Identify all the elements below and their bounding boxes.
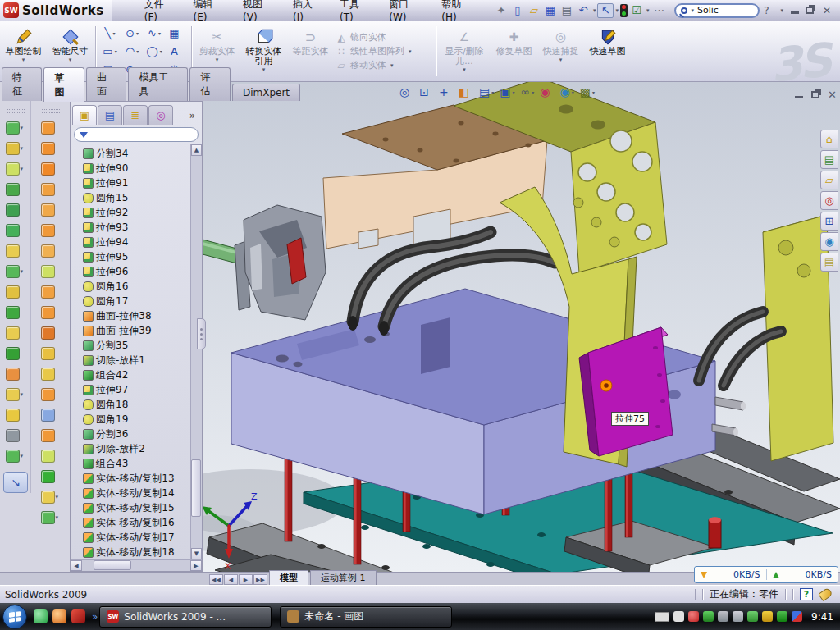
dropdown-arrow-icon[interactable]: ▾ bbox=[491, 89, 494, 95]
feature-tree-item[interactable]: ▷ 分割36 bbox=[74, 427, 190, 441]
convert-entities-button[interactable]: 转换实体引用 ▾ bbox=[241, 24, 286, 79]
messenger-icon[interactable] bbox=[34, 609, 48, 623]
sketch-entity-button[interactable]: ◯▾ bbox=[144, 43, 166, 61]
search-dropdown-icon[interactable]: ▾ bbox=[691, 7, 694, 14]
scroll-right-button[interactable]: ▶ bbox=[190, 560, 202, 571]
keyboard-icon[interactable] bbox=[673, 611, 684, 622]
document-tab[interactable]: 运动算例 1 bbox=[310, 570, 377, 585]
feature-tree-item[interactable]: ▷ 圆角18 bbox=[74, 397, 190, 412]
dropdown-arrow-icon[interactable]: ▾ bbox=[115, 48, 117, 54]
feature-tree-item[interactable]: ▷ 圆角15 bbox=[74, 190, 190, 205]
dropdown-arrow-icon[interactable]: ▾ bbox=[592, 89, 595, 95]
feature-tree-item[interactable]: ▷ 切除-放样1 bbox=[74, 353, 190, 368]
command-tab[interactable]: 评估 bbox=[189, 67, 230, 101]
suite-icon[interactable] bbox=[52, 609, 66, 623]
input-method-icon[interactable] bbox=[655, 612, 669, 622]
restore-button[interactable] bbox=[806, 7, 814, 14]
select-tool-icon[interactable]: ↖ bbox=[597, 3, 614, 18]
updater-icon[interactable] bbox=[718, 611, 728, 622]
dropdown-arrow-icon[interactable]: ▾ bbox=[532, 89, 534, 95]
next-tab-button[interactable]: ▶ bbox=[239, 574, 253, 585]
options-icon[interactable]: ☑ bbox=[628, 3, 645, 18]
print-icon[interactable]: ▤ bbox=[559, 3, 575, 18]
scroll-down-button[interactable]: ▼ bbox=[191, 548, 202, 559]
tree-vertical-scrollbar[interactable]: ▲ ▼ bbox=[190, 144, 202, 559]
sketch-entity-button[interactable]: ╲▾ bbox=[99, 25, 121, 43]
command-tab[interactable]: 特征 bbox=[2, 67, 42, 101]
feature-tree-item[interactable]: ▷ 实体-移动/复制18 bbox=[74, 545, 190, 559]
feature-tree-item[interactable]: ▷ 拉伸96 bbox=[74, 264, 190, 279]
solidworks-quick-icon[interactable] bbox=[71, 609, 85, 623]
doc-close-button[interactable]: ✕ bbox=[828, 89, 837, 101]
dropdown-arrow-icon[interactable]: ▾ bbox=[136, 30, 139, 36]
feature-tree-item[interactable]: ▷ 实体-移动/复制17 bbox=[74, 530, 190, 545]
feature-tree-item[interactable]: ▷ 圆角19 bbox=[74, 412, 190, 427]
tree-horizontal-scrollbar[interactable]: ◀ ▶ bbox=[71, 559, 202, 571]
scroll-left-button[interactable]: ◀ bbox=[71, 560, 82, 571]
minimize-button[interactable] bbox=[791, 7, 799, 14]
status-help-icon[interactable]: ? bbox=[800, 588, 813, 600]
feature-tree-item[interactable]: ▷ 拉伸94 bbox=[74, 235, 190, 249]
panel-overflow-chevron[interactable]: » bbox=[185, 110, 200, 125]
last-tab-button[interactable]: ▶▶ bbox=[253, 574, 267, 585]
feature-tree-item[interactable]: ▷ 拉伸91 bbox=[74, 176, 190, 190]
sketch-entity-button[interactable]: ∿▾ bbox=[144, 25, 166, 43]
shield-plus-icon[interactable] bbox=[777, 611, 788, 622]
feature-tree-item[interactable]: ▷ 实体-移动/复制13 bbox=[74, 471, 190, 486]
scroll-thumb[interactable] bbox=[191, 459, 201, 517]
help-button[interactable]: ? bbox=[760, 5, 773, 16]
sync-ball-icon[interactable] bbox=[792, 611, 802, 622]
feature-tree-item[interactable]: ▷ 曲面-拉伸38 bbox=[74, 308, 190, 323]
feature-tree-item[interactable]: ▷ 组合42 bbox=[74, 368, 190, 382]
sketch-entity-button[interactable]: ⊙▾ bbox=[121, 25, 144, 43]
phone-icon[interactable] bbox=[747, 611, 758, 622]
dropdown-arrow-icon[interactable]: ▾ bbox=[160, 48, 162, 54]
feature-tree-item[interactable]: ▷ 实体-移动/复制15 bbox=[74, 500, 190, 515]
help-dropdown-icon[interactable]: ▾ bbox=[780, 7, 783, 14]
sketch-entity-button[interactable]: ▭▾ bbox=[99, 43, 121, 61]
taskbar-clock[interactable]: 9:41 bbox=[811, 611, 833, 623]
more-tools-icon[interactable]: ⋯ bbox=[651, 3, 667, 18]
command-tab[interactable]: 草图 bbox=[43, 67, 84, 102]
prev-tab-button[interactable]: ◀ bbox=[224, 574, 238, 585]
measure-tool-button[interactable]: ↘ bbox=[3, 472, 28, 493]
doc-minimize-button[interactable] bbox=[795, 91, 803, 98]
pin-icon[interactable]: ✦ bbox=[493, 3, 509, 18]
first-tab-button[interactable]: ◀◀ bbox=[209, 574, 223, 585]
feature-tree-item[interactable]: ▷ 拉伸90 bbox=[74, 161, 190, 176]
search-input[interactable]: Solic bbox=[697, 5, 719, 16]
dropdown-arrow-icon[interactable]: ▾ bbox=[572, 89, 574, 95]
document-tab[interactable]: 模型 bbox=[269, 570, 308, 585]
save-icon[interactable]: ▦ bbox=[542, 3, 559, 18]
feature-tree-item[interactable]: ▷ 拉伸97 bbox=[74, 382, 190, 397]
dropdown-arrow-icon[interactable]: ▾ bbox=[262, 66, 266, 73]
feature-tree-item[interactable]: ▷ 分割35 bbox=[74, 338, 190, 353]
dropdown-arrow-icon[interactable]: ▾ bbox=[22, 57, 25, 63]
scroll-track[interactable] bbox=[191, 156, 202, 548]
feature-tree-item[interactable]: ▷ 拉伸95 bbox=[74, 249, 190, 264]
shield-green-icon[interactable] bbox=[703, 611, 714, 622]
command-tab[interactable]: 模具工具 bbox=[128, 67, 188, 101]
antivirus-icon[interactable] bbox=[688, 611, 699, 622]
dropdown-arrow-icon[interactable]: ▾ bbox=[615, 7, 619, 14]
feature-tree-item[interactable]: ▷ 切除-放样2 bbox=[74, 441, 190, 456]
new-document-icon[interactable]: ▯ bbox=[509, 3, 526, 18]
feature-tree-item[interactable]: ▷ 分割34 bbox=[74, 146, 190, 161]
dropdown-arrow-icon[interactable]: ▾ bbox=[69, 57, 72, 63]
sketch-entity-button[interactable]: A▾ bbox=[166, 43, 188, 61]
dropdown-arrow-icon[interactable]: ▾ bbox=[158, 30, 161, 36]
feature-tree-item[interactable]: ▷ 圆角16 bbox=[74, 279, 190, 294]
feature-tree-item[interactable]: ▷ 圆角17 bbox=[74, 294, 190, 308]
feature-tree-item[interactable]: ▷ 曲面-拉伸39 bbox=[74, 323, 190, 338]
taskbar-app-button[interactable]: 未命名 - 画图 bbox=[280, 606, 452, 628]
dropdown-arrow-icon[interactable]: ▾ bbox=[136, 48, 139, 54]
feature-tree-item[interactable]: ▷ 拉伸92 bbox=[74, 205, 190, 220]
scroll-up-button[interactable]: ▲ bbox=[191, 144, 202, 156]
panel-splitter-handle[interactable] bbox=[197, 318, 206, 349]
dropdown-arrow-icon[interactable]: ▾ bbox=[593, 7, 596, 14]
scroll-track[interactable] bbox=[82, 560, 190, 571]
dropdown-arrow-icon[interactable]: ▾ bbox=[646, 7, 650, 14]
rapid-sketch-button[interactable]: 快速草图 bbox=[585, 24, 630, 79]
tree-filter-box[interactable] bbox=[74, 127, 199, 142]
graphics-viewport[interactable]: Y Z X ◎▾ ⊡▾ +▾ ◧▾ ▤▾ ▣▾ ∞▾ ◉▾ ◉▾ ▩▾ bbox=[203, 82, 840, 572]
